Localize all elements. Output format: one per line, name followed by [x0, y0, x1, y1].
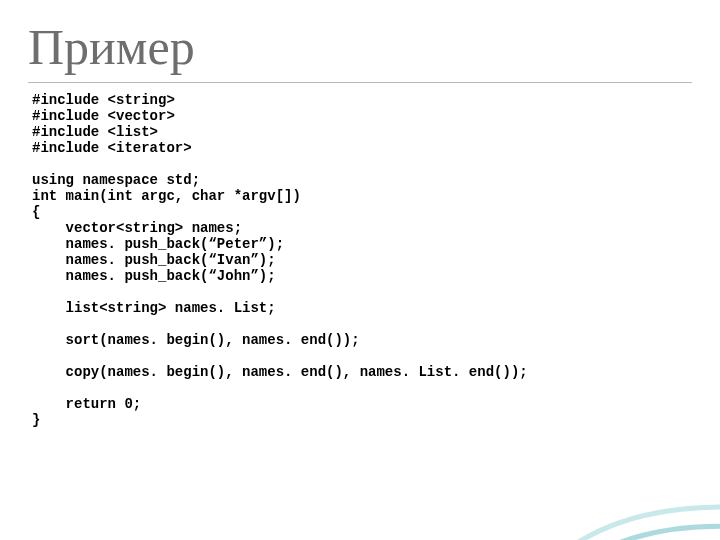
title-underline: [28, 82, 692, 84]
code-block: #include <string> #include <vector> #inc…: [32, 92, 528, 428]
slide-title: Пример: [28, 18, 195, 76]
